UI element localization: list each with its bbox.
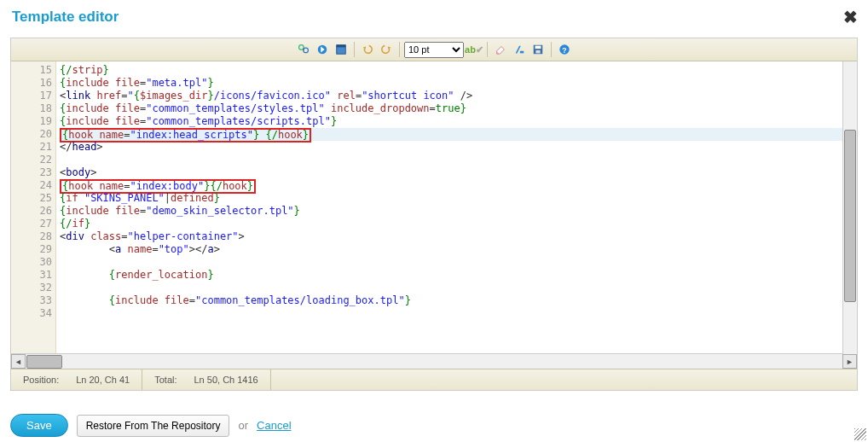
save-button[interactable]: Save	[10, 414, 68, 437]
redo-icon[interactable]	[378, 41, 395, 58]
status-position: Position: Ln 20, Ch 41	[11, 369, 142, 390]
status-total-value: Ln 50, Ch 1416	[194, 375, 258, 385]
code-area[interactable]: 1516171819202122232425262728293031323334…	[11, 61, 857, 353]
scroll-left-arrow-icon[interactable]: ◄	[11, 354, 26, 369]
font-size-select[interactable]: 10 pt	[404, 42, 464, 58]
go-icon[interactable]	[314, 41, 331, 58]
help-icon[interactable]: ?	[556, 41, 573, 58]
highlight-icon[interactable]: ab✔	[466, 41, 483, 58]
svg-rect-6	[520, 51, 524, 54]
format-icon[interactable]	[511, 41, 528, 58]
svg-rect-8	[535, 46, 541, 49]
status-position-value: Ln 20, Ch 41	[76, 375, 130, 385]
editor-statusbar: Position: Ln 20, Ch 41 Total: Ln 50, Ch …	[11, 369, 857, 390]
vertical-scrollbar[interactable]	[842, 61, 857, 354]
toolbar-separator	[354, 42, 355, 57]
fullscreen-icon[interactable]	[333, 41, 350, 58]
undo-icon[interactable]	[359, 41, 376, 58]
horizontal-scrollbar[interactable]: ◄ ►	[11, 353, 857, 369]
dialog-footer: Save Restore From The Repository or Canc…	[0, 414, 868, 437]
editor-frame: 10 pt ab✔ ? 1516171819202122232425262728…	[10, 38, 858, 391]
toolbar-separator	[551, 42, 552, 57]
scroll-thumb[interactable]	[844, 130, 856, 302]
save-tool-icon[interactable]	[529, 41, 547, 58]
close-icon[interactable]: ✖	[843, 7, 858, 27]
code-content[interactable]: {/strip}{include file="meta.tpl"}<link h…	[56, 61, 857, 353]
toolbar-separator	[487, 42, 488, 57]
svg-text:?: ?	[562, 46, 566, 55]
resize-grip-icon[interactable]	[854, 428, 866, 440]
status-total: Total: Ln 50, Ch 1416	[142, 369, 271, 390]
toolbar-separator	[399, 42, 400, 57]
editor-toolbar: 10 pt ab✔ ?	[11, 38, 857, 61]
find-icon[interactable]	[295, 41, 312, 58]
svg-rect-9	[535, 50, 540, 54]
scroll-right-arrow-icon[interactable]: ►	[842, 354, 857, 369]
dialog-header: Template editor	[0, 0, 868, 31]
dialog-title: Template editor	[12, 9, 119, 25]
line-gutter: 1516171819202122232425262728293031323334	[11, 61, 56, 353]
template-editor-dialog: Template editor ✖ 10 pt ab✔ ? 1516171819…	[0, 0, 868, 442]
status-position-label: Position:	[23, 375, 59, 385]
status-total-label: Total:	[154, 375, 176, 385]
or-text: or	[238, 419, 248, 432]
svg-rect-5	[337, 45, 346, 48]
eraser-icon[interactable]	[492, 41, 509, 58]
scroll-thumb[interactable]	[26, 355, 62, 369]
restore-button[interactable]: Restore From The Repository	[77, 415, 230, 437]
cancel-link[interactable]: Cancel	[257, 419, 291, 432]
